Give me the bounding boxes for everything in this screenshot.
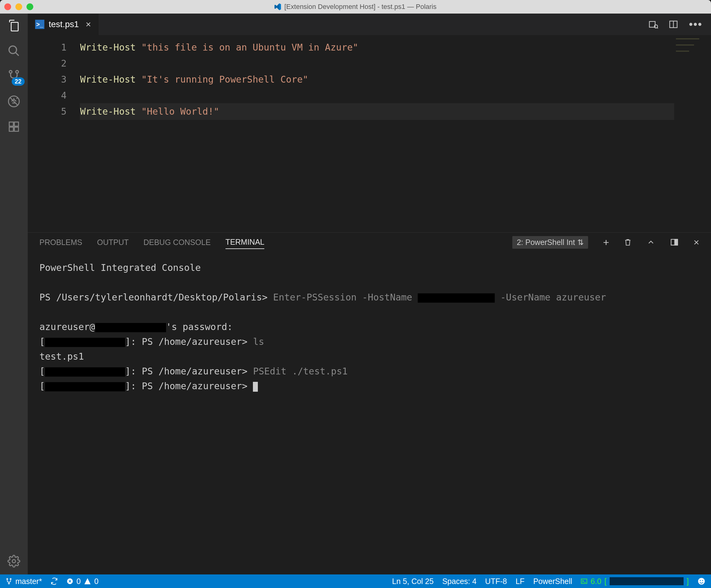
- svg-point-0: [9, 46, 17, 54]
- terminal-line: []: PS /home/azureuser> PSEdit ./test.ps…: [39, 364, 699, 379]
- svg-rect-17: [675, 239, 677, 245]
- svg-point-18: [7, 579, 8, 580]
- powershell-file-icon: >_: [35, 20, 44, 29]
- vscode-icon: [275, 3, 281, 10]
- explorer-icon[interactable]: [7, 19, 20, 32]
- terminal-line: azureuser@'s password:: [39, 320, 699, 334]
- activity-bar: 22: [0, 14, 28, 574]
- split-editor-icon[interactable]: [668, 19, 678, 29]
- debug-icon[interactable]: [7, 95, 20, 108]
- minimap[interactable]: [674, 35, 711, 232]
- svg-line-1: [15, 52, 19, 56]
- settings-gear-icon[interactable]: [7, 555, 20, 568]
- tab-label: test.ps1: [49, 19, 79, 29]
- svg-line-13: [658, 28, 658, 29]
- panel-tab-terminal[interactable]: TERMINAL: [225, 236, 264, 249]
- search-icon[interactable]: [7, 44, 20, 57]
- window-title: [Extension Development Host] - test.ps1 …: [284, 3, 436, 11]
- terminal-header: PowerShell Integrated Console: [39, 260, 699, 275]
- svg-point-2: [9, 70, 12, 74]
- status-eol[interactable]: LF: [516, 577, 525, 586]
- terminal[interactable]: PowerShell Integrated Console PS /Users/…: [28, 252, 711, 574]
- new-terminal-icon[interactable]: +: [603, 236, 609, 248]
- status-branch[interactable]: master*: [5, 577, 42, 586]
- svg-rect-6: [9, 122, 13, 126]
- svg-rect-8: [9, 127, 13, 131]
- panel: PROBLEMS OUTPUT DEBUG CONSOLE TERMINAL 2…: [28, 232, 711, 574]
- svg-point-20: [8, 583, 9, 584]
- status-problems[interactable]: 0 0: [67, 577, 99, 586]
- svg-rect-7: [15, 122, 19, 126]
- terminal-line: []: PS /home/azureuser>: [39, 379, 699, 394]
- svg-rect-9: [15, 127, 19, 131]
- kill-terminal-icon[interactable]: [624, 237, 632, 247]
- status-powershell[interactable]: 6.0 []: [581, 577, 689, 586]
- svg-point-23: [698, 578, 705, 585]
- svg-point-10: [12, 560, 16, 563]
- source-control-icon[interactable]: 22: [7, 70, 20, 83]
- panel-tab-problems[interactable]: PROBLEMS: [39, 236, 82, 249]
- svg-point-24: [700, 580, 701, 581]
- editor[interactable]: 1 2 3 4 5 Write-Host "this file is on an…: [28, 35, 711, 232]
- close-panel-icon[interactable]: ×: [693, 237, 699, 248]
- status-bar: master* 0 0 Ln 5, Col 25 Spaces: 4 UTF-8…: [0, 574, 711, 588]
- status-sync-icon[interactable]: [50, 578, 58, 585]
- terminal-line: []: PS /home/azureuser> ls: [39, 334, 699, 349]
- svg-rect-22: [581, 579, 587, 584]
- status-language[interactable]: PowerShell: [533, 577, 572, 586]
- svg-point-25: [702, 580, 703, 581]
- terminal-line: PS /Users/tylerleonhardt/Desktop/Polaris…: [39, 290, 699, 305]
- move-panel-icon[interactable]: [670, 238, 678, 247]
- panel-tab-debug[interactable]: DEBUG CONSOLE: [144, 236, 211, 249]
- line-gutter: 1 2 3 4 5: [28, 35, 80, 232]
- editor-tabs: >_ test.ps1 × •••: [28, 14, 711, 35]
- status-feedback-icon[interactable]: [697, 577, 706, 585]
- maximize-panel-icon[interactable]: [647, 238, 655, 247]
- title-bar: [Extension Development Host] - test.ps1 …: [0, 0, 711, 14]
- svg-point-3: [16, 70, 19, 74]
- status-cursor-pos[interactable]: Ln 5, Col 25: [392, 577, 434, 586]
- extensions-icon[interactable]: [7, 120, 20, 133]
- terminal-cursor: [253, 382, 258, 392]
- show-search-icon[interactable]: [648, 19, 658, 29]
- scm-badge: 22: [12, 77, 25, 86]
- terminal-selector[interactable]: 2: PowerShell Int ⇅: [512, 236, 588, 249]
- svg-point-19: [10, 579, 12, 580]
- status-encoding[interactable]: UTF-8: [485, 577, 507, 586]
- chevron-updown-icon: ⇅: [577, 238, 584, 247]
- status-indent[interactable]: Spaces: 4: [443, 577, 477, 586]
- tab-test-ps1[interactable]: >_ test.ps1 ×: [28, 14, 99, 35]
- editor-content[interactable]: Write-Host "this file is on an Ubuntu VM…: [80, 35, 674, 232]
- tab-close-icon[interactable]: ×: [86, 19, 91, 29]
- panel-tab-output[interactable]: OUTPUT: [97, 236, 129, 249]
- terminal-line: test.ps1: [39, 349, 699, 364]
